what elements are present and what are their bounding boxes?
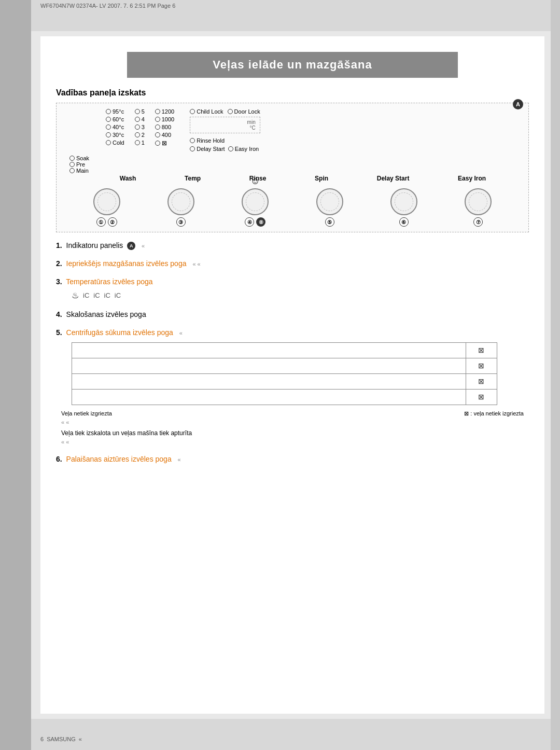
list-item-3: 3. Temperatūras izvēles poga ♨ iC iC iC … [56, 276, 529, 302]
footer-left-note2: « « [61, 418, 112, 427]
delay-knob [390, 188, 417, 215]
temp-label: Temp [185, 175, 201, 182]
footer-left-note1: Veļa netiek izgriezta [61, 409, 112, 418]
right-controls: Child Lock Door Lock min °C Rinse Hold D… [190, 108, 260, 152]
spin-row-2-label [72, 358, 466, 374]
list-item-2: 2. Iepriekšējs mazgāšanas izvēles poga «… [56, 258, 529, 269]
spin-row-3-check: ⊠ [466, 374, 497, 390]
circle-7: ⑦ [473, 217, 483, 227]
spin-label: Spin [315, 175, 328, 182]
knobs-row: ① ② ③ ☺ ④ ⑧ [64, 188, 521, 227]
spin-options: 1200 1000 800 400 ⊠ [155, 108, 174, 152]
numbered-list: 1. Indikatoru panelis A « 2. Iepriekšējs… [56, 240, 529, 465]
spin-knob [316, 188, 343, 215]
list-item-5: 5. Centrifugās sūkuma izvēles poga « ⊠ ⊠… [56, 327, 529, 447]
bottom-border [31, 719, 551, 750]
rinse-options: 5 4 3 2 1 [135, 108, 145, 152]
file-info: WF6704N7W 02374A- LV 2007. 7. 6 2:51 PM … [40, 3, 175, 9]
spin-row-1-check: ⊠ [466, 343, 497, 358]
wash-label: Wash [120, 175, 136, 182]
circle-4: ④ [245, 217, 254, 227]
footer-right-note: ⊠ : veļa netiek izgriezta [464, 409, 524, 426]
panel-a-badge: A [513, 99, 523, 109]
spin-row-3-label [72, 374, 466, 390]
spin-row-4-label [72, 390, 466, 405]
delay-label: Delay Start [377, 175, 410, 182]
page-title: Veļas ielāde un mazgāšana [127, 52, 458, 78]
rinse-knob [242, 188, 269, 215]
a-badge-1: A [127, 242, 135, 250]
circle-3: ③ [176, 217, 186, 227]
start-knob [93, 188, 120, 215]
right-border [551, 0, 560, 750]
temp-icons-row: ♨ iC iC iC iC [72, 289, 529, 302]
left-sidebar [0, 0, 31, 750]
list-item-4: 4. Skalošanas izvēles poga [56, 309, 529, 320]
display-box: min °C [190, 117, 260, 133]
circle-2: ② [108, 217, 117, 227]
spin-table: ⊠ ⊠ ⊠ ⊠ [72, 342, 497, 405]
easy-label: Easy Iron [458, 175, 486, 182]
spin-row-1-label [72, 343, 466, 358]
panel-section-title: Vadības paneļa izskats [56, 88, 529, 98]
page-num: 6 [40, 736, 44, 742]
spin-row-2-check: ⊠ [466, 358, 497, 374]
temp-knob [167, 188, 194, 215]
footer-extra: « [79, 736, 82, 742]
list-item-6: 6. Palaišanas aiztūres izvēles poga « [56, 454, 529, 465]
temp-options: 95°c 60°c 40°c 30°c Cold [106, 108, 124, 152]
footer-notes: Veļa netiek izgriezta « « ⊠ : veļa netie… [56, 409, 529, 426]
list-item-1: 1. Indikatoru panelis A « [56, 240, 529, 251]
footer-extra-note: Veļa tiek izskalota un veļas mašīna tiek… [61, 428, 529, 447]
circle-1: ① [96, 217, 106, 227]
circle-8: ⑧ [256, 217, 265, 227]
main-content: Veļas ielāde un mazgāšana Vadības paneļa… [40, 36, 544, 714]
panel-diagram: A 95°c 60°c 40°c 30°c Cold 5 4 3 2 1 120… [56, 103, 529, 232]
circle-5: ⑤ [325, 217, 334, 227]
easy-knob [465, 188, 492, 215]
page-header: WF6704N7W 02374A- LV 2007. 7. 6 2:51 PM … [40, 3, 544, 9]
circle-6: ⑥ [399, 217, 409, 227]
brand-name: SAMSUNG [47, 736, 76, 742]
spin-row-4-check: ⊠ [466, 390, 497, 405]
temp-flame-icon: ♨ [72, 289, 79, 302]
page-footer: 6 SAMSUNG « [40, 736, 544, 742]
